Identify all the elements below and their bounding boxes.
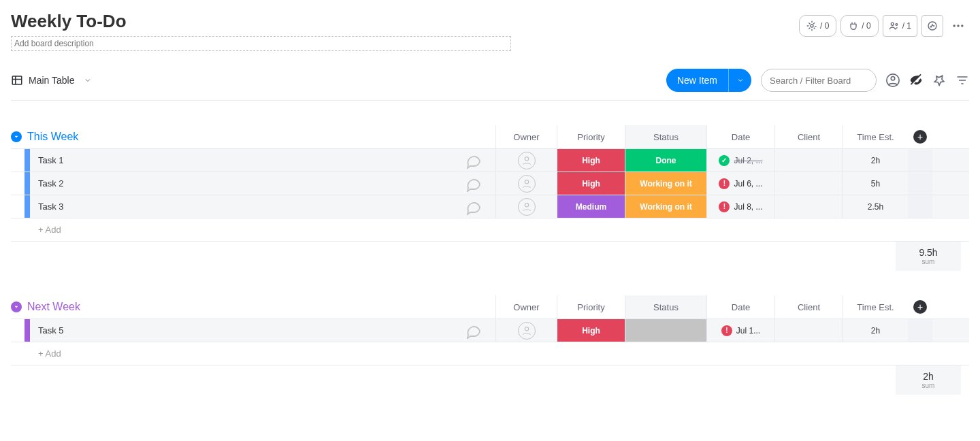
svg-point-1 bbox=[891, 22, 894, 25]
add-row-button[interactable]: + Add bbox=[30, 348, 61, 359]
date-cell[interactable]: !Jul 8, ... bbox=[715, 201, 766, 212]
task-name[interactable]: Task 5 bbox=[30, 319, 411, 342]
task-name[interactable]: Task 2 bbox=[30, 172, 411, 195]
table-row[interactable]: Task 2HighWorking on it!Jul 6, ...5h bbox=[11, 172, 969, 195]
more-menu[interactable] bbox=[947, 15, 969, 37]
warning-icon: ! bbox=[721, 325, 732, 336]
client-cell[interactable] bbox=[774, 195, 843, 218]
column-header[interactable]: Time Est. bbox=[843, 295, 908, 318]
add-column-button[interactable]: + bbox=[913, 130, 927, 144]
status-cell[interactable]: Working on it bbox=[625, 172, 706, 195]
time-est-cell[interactable]: 5h bbox=[843, 172, 908, 195]
sum-value: 9.5h bbox=[919, 247, 937, 258]
priority-cell[interactable]: High bbox=[557, 319, 625, 342]
date-cell[interactable]: !Jul 1... bbox=[717, 325, 764, 336]
column-header[interactable]: Date bbox=[706, 125, 774, 148]
group-collapse-button[interactable] bbox=[11, 301, 22, 312]
integrations-pill[interactable]: / 0 bbox=[840, 15, 878, 37]
column-header[interactable]: Priority bbox=[557, 125, 625, 148]
table-row[interactable]: Task 5High!Jul 1...2h bbox=[11, 318, 969, 342]
warning-icon: ! bbox=[719, 178, 730, 189]
filter-button[interactable] bbox=[956, 74, 969, 87]
group-name[interactable]: Next Week bbox=[27, 301, 80, 313]
column-header[interactable]: Priority bbox=[557, 295, 625, 318]
pin-button[interactable] bbox=[932, 74, 946, 87]
date-text: Jul 1... bbox=[736, 326, 760, 336]
group-name[interactable]: This Week bbox=[27, 131, 78, 143]
task-name[interactable]: Task 3 bbox=[30, 195, 411, 218]
column-header[interactable]: Status bbox=[625, 295, 706, 318]
time-est-cell[interactable]: 2h bbox=[843, 319, 908, 342]
owner-avatar[interactable] bbox=[518, 198, 536, 216]
column-header[interactable]: Status bbox=[625, 125, 706, 148]
time-est-cell[interactable]: 2.5h bbox=[843, 195, 908, 218]
chat-icon[interactable] bbox=[466, 323, 482, 339]
date-cell[interactable]: !Jul 6, ... bbox=[715, 178, 766, 189]
client-cell[interactable] bbox=[774, 149, 843, 172]
person-filter-button[interactable] bbox=[886, 74, 900, 87]
priority-cell[interactable]: High bbox=[557, 172, 625, 195]
chat-icon[interactable] bbox=[466, 199, 482, 215]
time-sum-cell: 9.5hsum bbox=[896, 242, 961, 271]
hide-button[interactable] bbox=[909, 74, 923, 87]
priority-cell[interactable]: Medium bbox=[557, 195, 625, 218]
add-row-button[interactable]: + Add bbox=[30, 225, 61, 235]
status-cell[interactable] bbox=[625, 319, 706, 342]
group-collapse-button[interactable] bbox=[11, 131, 22, 142]
owner-avatar[interactable] bbox=[518, 152, 536, 169]
table-icon bbox=[11, 74, 23, 86]
date-text: Jul 8, ... bbox=[734, 202, 762, 212]
svg-point-10 bbox=[525, 157, 528, 160]
check-icon: ✓ bbox=[719, 155, 730, 166]
status-cell[interactable]: Done bbox=[625, 149, 706, 172]
dots-icon bbox=[951, 19, 965, 33]
plug-icon bbox=[848, 20, 859, 31]
status-cell[interactable]: Working on it bbox=[625, 195, 706, 218]
column-header[interactable]: Owner bbox=[495, 295, 557, 318]
search-field[interactable] bbox=[761, 69, 877, 92]
date-text: Jul 6, ... bbox=[734, 179, 762, 189]
priority-cell[interactable]: High bbox=[557, 149, 625, 172]
eye-off-icon bbox=[909, 73, 924, 88]
time-sum-cell: 2hsum bbox=[896, 365, 961, 395]
svg-point-2 bbox=[896, 24, 898, 26]
column-header[interactable]: Owner bbox=[495, 125, 557, 148]
column-header[interactable]: Date bbox=[706, 295, 774, 318]
owner-avatar[interactable] bbox=[518, 322, 536, 340]
table-row[interactable]: Task 3MediumWorking on it!Jul 8, ...2.5h bbox=[11, 195, 969, 218]
search-input[interactable] bbox=[770, 76, 868, 86]
owner-avatar[interactable] bbox=[518, 175, 536, 193]
members-pill[interactable]: / 1 bbox=[883, 15, 917, 37]
svg-point-13 bbox=[525, 327, 528, 330]
sum-label: sum bbox=[922, 258, 935, 265]
svg-point-6 bbox=[961, 24, 963, 27]
svg-point-3 bbox=[928, 22, 936, 30]
view-tab-label: Main Table bbox=[29, 75, 74, 86]
time-est-cell[interactable]: 2h bbox=[843, 149, 908, 172]
board-description-input[interactable] bbox=[11, 36, 511, 51]
view-tab-main-table[interactable]: Main Table bbox=[11, 74, 92, 86]
column-header[interactable]: Time Est. bbox=[843, 125, 908, 148]
svg-point-12 bbox=[525, 203, 528, 206]
column-header[interactable]: Client bbox=[774, 125, 843, 148]
activity-icon bbox=[927, 20, 938, 31]
filter-icon bbox=[956, 74, 969, 87]
automations-pill[interactable]: / 0 bbox=[799, 15, 836, 37]
chat-icon[interactable] bbox=[466, 152, 482, 169]
add-column-button[interactable]: + bbox=[913, 300, 927, 314]
client-cell[interactable] bbox=[774, 319, 843, 342]
svg-point-11 bbox=[525, 180, 528, 183]
pin-icon bbox=[932, 74, 946, 87]
task-name[interactable]: Task 1 bbox=[30, 149, 411, 172]
table-row[interactable]: Task 1HighDone✓Jul 2, ...2h bbox=[11, 148, 969, 172]
column-header[interactable]: Client bbox=[774, 295, 843, 318]
svg-rect-7 bbox=[12, 76, 22, 84]
new-item-dropdown[interactable] bbox=[728, 69, 751, 92]
board-title[interactable]: Weekly To-Do bbox=[11, 11, 799, 32]
new-item-button[interactable]: New Item bbox=[666, 69, 751, 92]
date-cell[interactable]: ✓Jul 2, ... bbox=[715, 155, 766, 166]
members-count: / 1 bbox=[902, 21, 911, 31]
client-cell[interactable] bbox=[774, 172, 843, 195]
chat-icon[interactable] bbox=[466, 176, 482, 192]
activity-button[interactable] bbox=[921, 15, 943, 37]
